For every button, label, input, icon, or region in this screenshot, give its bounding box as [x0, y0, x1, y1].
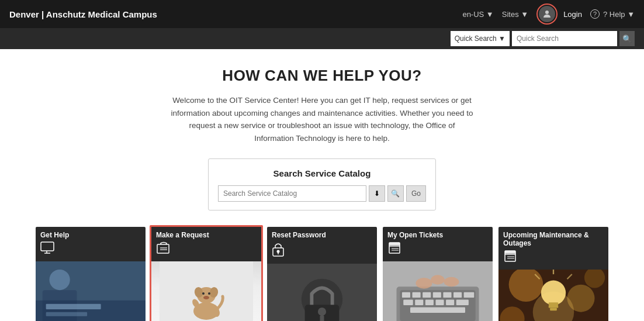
- card-upcoming-maintenance-header: Upcoming Maintenance & Outages: [498, 227, 608, 270]
- card-reset-password-image: [267, 264, 377, 321]
- login-avatar-circle: [536, 4, 558, 25]
- svg-rect-47: [403, 300, 413, 305]
- svg-point-6: [50, 270, 70, 290]
- svg-point-68: [541, 281, 566, 305]
- quick-search-label: Quick Search ▼: [455, 34, 505, 43]
- card-make-request-icon: [156, 241, 257, 258]
- svg-rect-44: [443, 292, 451, 298]
- nav-right: en-US ▼ Sites ▼ Login ? ? Help ▼: [462, 4, 635, 25]
- svg-rect-9: [46, 312, 88, 316]
- card-reset-password-icon: [272, 241, 372, 260]
- svg-rect-53: [410, 308, 465, 313]
- service-catalog-input[interactable]: [218, 185, 366, 202]
- card-make-request[interactable]: Make a Request: [150, 225, 263, 321]
- svg-point-24: [277, 250, 280, 253]
- service-catalog-search-button[interactable]: 🔍: [387, 185, 404, 202]
- svg-rect-51: [446, 300, 454, 305]
- svg-point-56: [444, 277, 459, 287]
- card-upcoming-maintenance[interactable]: Upcoming Maintenance & Outages: [498, 227, 608, 321]
- quick-search-dropdown[interactable]: Quick Search ▼: [451, 31, 510, 46]
- card-my-open-tickets[interactable]: My Open Tickets: [383, 227, 493, 321]
- card-get-help-title: Get Help: [40, 231, 141, 239]
- svg-point-54: [416, 278, 432, 289]
- card-my-open-tickets-header: My Open Tickets: [383, 227, 493, 261]
- svg-point-0: [545, 11, 549, 14]
- card-upcoming-maintenance-title: Upcoming Maintenance & Outages: [503, 231, 604, 247]
- filter-icon: ⬇: [374, 189, 380, 198]
- svg-rect-7: [36, 301, 146, 321]
- go-label: Go: [411, 189, 421, 198]
- cards-row: Get Help: [15, 227, 629, 321]
- main-content: HOW CAN WE HELP YOU? Welcome to the OIT …: [0, 49, 644, 321]
- card-my-open-tickets-icon: [387, 241, 488, 258]
- card-make-request-title: Make a Request: [156, 231, 257, 239]
- svg-point-55: [431, 275, 445, 285]
- svg-rect-49: [425, 300, 434, 305]
- card-upcoming-maintenance-image: [498, 270, 608, 321]
- search-bar-row: Quick Search ▼ 🔍: [0, 28, 644, 49]
- service-catalog-box: Search Service Catalog ⬇ 🔍 Go: [208, 158, 436, 210]
- svg-rect-34: [389, 243, 400, 245]
- svg-rect-42: [423, 292, 431, 298]
- svg-rect-71: [550, 308, 557, 311]
- card-reset-password-header: Reset Password: [267, 227, 377, 264]
- language-selector[interactable]: en-US ▼: [462, 10, 493, 19]
- search-icon: 🔍: [622, 34, 632, 43]
- card-get-help-header: Get Help: [36, 227, 146, 261]
- card-my-open-tickets-image: [383, 261, 493, 321]
- search-icon: 🔍: [391, 189, 400, 198]
- card-reset-password[interactable]: Reset Password: [267, 227, 377, 321]
- svg-rect-10: [157, 244, 169, 253]
- service-catalog-go-button[interactable]: Go: [406, 185, 426, 202]
- svg-point-20: [203, 296, 209, 299]
- sites-selector[interactable]: Sites ▼: [502, 10, 528, 19]
- svg-rect-43: [433, 292, 441, 298]
- top-navbar: Denver | Anschutz Medical Campus en-US ▼…: [0, 0, 644, 28]
- page-description: Welcome to the OIT Service Center! Here …: [170, 94, 474, 144]
- search-submit-button[interactable]: 🔍: [619, 31, 635, 46]
- card-get-help-icon: [40, 241, 141, 258]
- svg-rect-58: [505, 253, 515, 255]
- help-selector[interactable]: ? ? Help ▼: [590, 9, 635, 19]
- svg-rect-70: [549, 305, 558, 308]
- svg-point-18: [202, 292, 205, 295]
- card-my-open-tickets-title: My Open Tickets: [387, 231, 488, 239]
- svg-rect-52: [456, 300, 469, 305]
- login-label: Login: [563, 10, 582, 19]
- card-get-help[interactable]: Get Help: [36, 227, 146, 321]
- service-catalog-filter-button[interactable]: ⬇: [369, 185, 385, 202]
- page-title: HOW CAN WE HELP YOU?: [12, 67, 632, 85]
- svg-rect-1: [41, 242, 54, 251]
- svg-rect-46: [464, 292, 475, 298]
- service-catalog-title: Search Service Catalog: [218, 168, 426, 178]
- svg-rect-50: [435, 300, 444, 305]
- card-get-help-image: [36, 261, 146, 321]
- service-catalog-input-row: ⬇ 🔍 Go: [218, 185, 426, 202]
- card-reset-password-title: Reset Password: [272, 231, 372, 239]
- login-button[interactable]: Login: [536, 4, 582, 25]
- quick-search-input[interactable]: [512, 31, 617, 46]
- svg-rect-41: [413, 292, 421, 298]
- svg-rect-59: [505, 251, 515, 253]
- help-icon: ?: [590, 9, 600, 19]
- card-make-request-image: [151, 261, 261, 321]
- svg-rect-69: [549, 303, 558, 306]
- svg-rect-33: [389, 245, 400, 247]
- svg-rect-45: [453, 292, 462, 298]
- svg-rect-48: [415, 300, 423, 305]
- site-title: Denver | Anschutz Medical Campus: [9, 9, 157, 19]
- svg-point-19: [208, 292, 210, 295]
- card-make-request-header: Make a Request: [151, 227, 261, 261]
- avatar-icon: [539, 6, 555, 22]
- svg-rect-8: [46, 304, 101, 309]
- card-upcoming-maintenance-icon: [503, 250, 604, 266]
- svg-rect-31: [267, 264, 377, 321]
- svg-rect-40: [402, 292, 410, 298]
